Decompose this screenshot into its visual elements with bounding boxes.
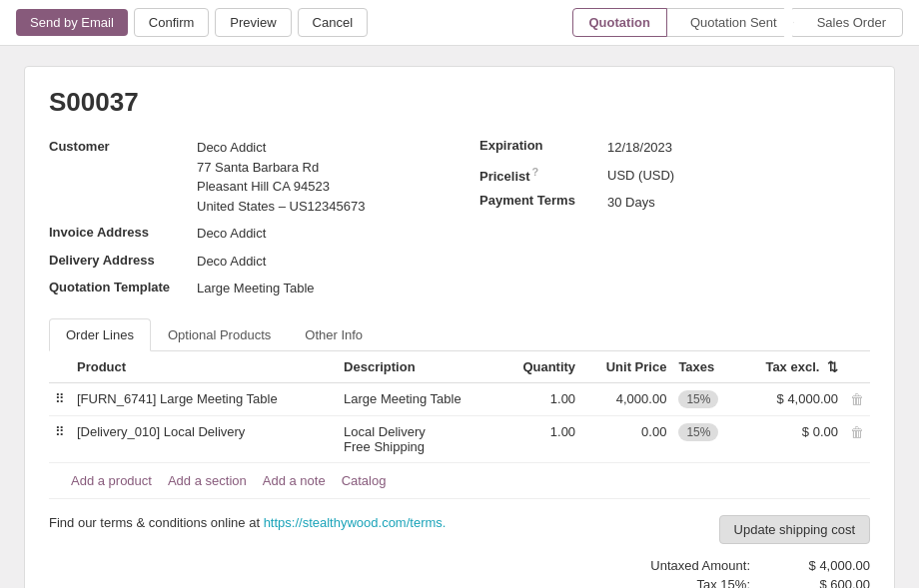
payment-row: Payment Terms 30 Days	[479, 193, 870, 213]
info-grid: Customer Deco Addict 77 Santa Barbara Rd…	[49, 138, 870, 298]
template-row: Quotation Template Large Meeting Table	[49, 279, 440, 298]
document-title: S00037	[49, 87, 870, 118]
footer-section: Find our terms & conditions online at ht…	[49, 515, 870, 589]
table-row: ⠿ [Delivery_010] Local Delivery Local De…	[49, 415, 870, 462]
sort-icon[interactable]: ⇅	[827, 359, 838, 374]
expiration-value: 12/18/2023	[607, 138, 672, 158]
status-bar: Quotation Quotation Sent Sales Order	[572, 8, 904, 37]
quantity-1[interactable]: 1.00	[500, 382, 581, 415]
tax-badge-2[interactable]: 15%	[678, 423, 718, 441]
terms-link[interactable]: https://stealthywood.com/terms.	[264, 515, 447, 530]
col-taxes: Taxes	[672, 351, 737, 383]
tax-excl-2: $ 0.00	[738, 415, 844, 462]
table-row: ⠿ [FURN_6741] Large Meeting Table Large …	[49, 382, 870, 415]
drag-handle-2[interactable]: ⠿	[49, 415, 71, 462]
action-buttons: Send by Email Confirm Preview Cancel	[16, 8, 368, 37]
status-quotation-sent[interactable]: Quotation Sent	[665, 8, 794, 37]
delivery-label: Delivery Address	[49, 252, 189, 268]
delete-icon-1[interactable]: 🗑	[850, 391, 864, 407]
taxes-2: 15%	[672, 415, 737, 462]
terms-text: Find our terms & conditions online at ht…	[49, 515, 446, 530]
add-product-link[interactable]: Add a product	[71, 473, 152, 488]
confirm-button[interactable]: Confirm	[134, 8, 210, 37]
col-unit-price: Unit Price	[581, 351, 672, 383]
tab-optional-products[interactable]: Optional Products	[151, 318, 288, 351]
untaxed-label: Untaxed Amount:	[630, 558, 750, 573]
invoice-row: Invoice Address Deco Addict	[49, 224, 440, 244]
customer-row: Customer Deco Addict 77 Santa Barbara Rd…	[49, 138, 440, 216]
payment-value: 30 Days	[607, 193, 655, 213]
tab-other-info[interactable]: Other Info	[288, 318, 380, 351]
status-sales-order[interactable]: Sales Order	[792, 8, 903, 37]
untaxed-value: $ 4,000.00	[790, 558, 870, 573]
top-bar: Send by Email Confirm Preview Cancel Quo…	[0, 0, 919, 46]
tax-excl-1: $ 4,000.00	[738, 382, 844, 415]
cancel-button[interactable]: Cancel	[298, 8, 368, 37]
order-table-section: Product Description Quantity Unit Price …	[49, 351, 870, 463]
tax-label: Tax 15%:	[630, 577, 750, 589]
totals-section: Update shipping cost Untaxed Amount: $ 4…	[630, 515, 870, 589]
col-description: Description	[338, 351, 500, 383]
update-shipping-button[interactable]: Update shipping cost	[719, 515, 870, 544]
description-1: Large Meeting Table	[338, 382, 500, 415]
delivery-row: Delivery Address Deco Addict	[49, 252, 440, 272]
tax-row: Tax 15%: $ 600.00	[630, 577, 870, 589]
delete-1[interactable]: 🗑	[844, 382, 870, 415]
customer-addr3: United States – US12345673	[197, 197, 365, 217]
delivery-value: Deco Addict	[197, 252, 266, 272]
quantity-2[interactable]: 1.00	[500, 415, 581, 462]
document-card: S00037 Customer Deco Addict 77 Santa Bar…	[24, 66, 895, 588]
pricelist-help-icon: ?	[532, 166, 539, 178]
delete-2[interactable]: 🗑	[844, 415, 870, 462]
order-table: Product Description Quantity Unit Price …	[49, 351, 870, 463]
drag-handle[interactable]: ⠿	[49, 382, 71, 415]
tax-badge-1[interactable]: 15%	[678, 390, 718, 408]
customer-addr2: Pleasant Hill CA 94523	[197, 177, 365, 197]
customer-addr1: 77 Santa Barbara Rd	[197, 158, 365, 178]
info-left: Customer Deco Addict 77 Santa Barbara Rd…	[49, 138, 440, 298]
send-email-button[interactable]: Send by Email	[16, 9, 128, 36]
payment-label: Payment Terms	[479, 193, 599, 208]
tabs: Order Lines Optional Products Other Info	[49, 318, 870, 351]
col-drag	[49, 351, 71, 383]
col-quantity: Quantity	[500, 351, 581, 383]
product-name-1[interactable]: [FURN_6741] Large Meeting Table	[71, 382, 338, 415]
preview-button[interactable]: Preview	[215, 8, 291, 37]
col-actions	[844, 351, 870, 383]
description-2: Local Delivery Free Shipping	[338, 415, 500, 462]
product-name-2[interactable]: [Delivery_010] Local Delivery	[71, 415, 338, 462]
catalog-link[interactable]: Catalog	[342, 473, 387, 488]
customer-label: Customer	[49, 138, 189, 154]
col-product: Product	[71, 351, 338, 383]
pricelist-label: Pricelist?	[479, 166, 599, 184]
unit-price-2[interactable]: 0.00	[581, 415, 672, 462]
status-quotation[interactable]: Quotation	[572, 8, 667, 37]
add-section-link[interactable]: Add a section	[168, 473, 247, 488]
expiration-label: Expiration	[479, 138, 599, 153]
template-value: Large Meeting Table	[197, 279, 315, 298]
expiration-row: Expiration 12/18/2023	[479, 138, 870, 158]
tab-order-lines[interactable]: Order Lines	[49, 318, 151, 351]
unit-price-1[interactable]: 4,000.00	[581, 382, 672, 415]
customer-name: Deco Addict	[197, 138, 365, 158]
col-tax-excl: Tax excl. ⇅	[738, 351, 844, 383]
invoice-label: Invoice Address	[49, 224, 189, 240]
template-label: Quotation Template	[49, 279, 189, 294]
delete-icon-2[interactable]: 🗑	[850, 424, 864, 440]
info-right: Expiration 12/18/2023 Pricelist? USD (US…	[479, 138, 870, 298]
untaxed-row: Untaxed Amount: $ 4,000.00	[630, 558, 870, 573]
page-content: S00037 Customer Deco Addict 77 Santa Bar…	[0, 46, 919, 588]
pricelist-value: USD (USD)	[607, 166, 674, 186]
taxes-1: 15%	[672, 382, 737, 415]
add-links: Add a product Add a section Add a note C…	[49, 463, 870, 499]
pricelist-row: Pricelist? USD (USD)	[479, 166, 870, 186]
customer-value: Deco Addict 77 Santa Barbara Rd Pleasant…	[197, 138, 365, 216]
add-note-link[interactable]: Add a note	[263, 473, 326, 488]
invoice-value: Deco Addict	[197, 224, 266, 244]
tax-value: $ 600.00	[790, 577, 870, 589]
